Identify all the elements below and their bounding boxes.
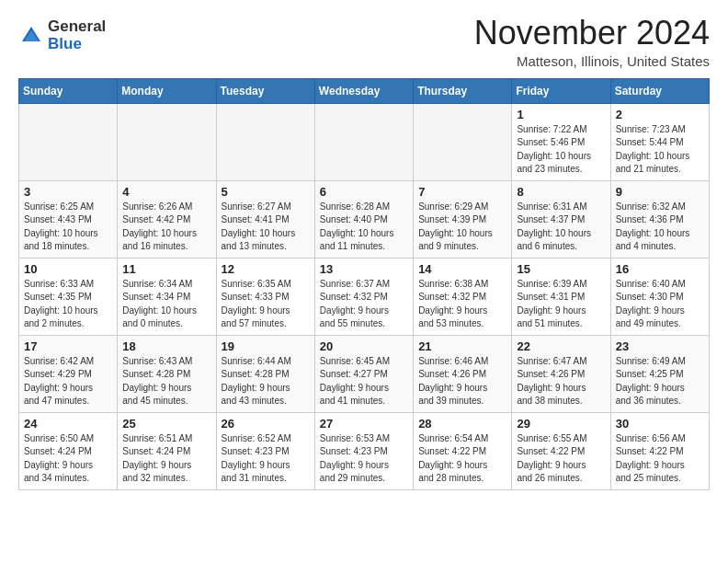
calendar-cell	[216, 103, 314, 180]
calendar-week-3: 10Sunrise: 6:33 AM Sunset: 4:35 PM Dayli…	[19, 258, 710, 335]
day-info: Sunrise: 6:33 AM Sunset: 4:35 PM Dayligh…	[24, 278, 112, 331]
calendar-cell: 27Sunrise: 6:53 AM Sunset: 4:23 PM Dayli…	[314, 412, 413, 489]
calendar-cell: 6Sunrise: 6:28 AM Sunset: 4:40 PM Daylig…	[314, 180, 413, 258]
calendar-cell	[19, 103, 118, 180]
calendar-week-1: 1Sunrise: 7:22 AM Sunset: 5:46 PM Daylig…	[19, 103, 710, 180]
day-info: Sunrise: 6:52 AM Sunset: 4:23 PM Dayligh…	[222, 432, 310, 486]
day-info: Sunrise: 6:39 AM Sunset: 4:31 PM Dayligh…	[517, 278, 605, 331]
weekday-header-row: Sunday Monday Tuesday Wednesday Thursday…	[19, 78, 710, 103]
logo-blue: Blue	[48, 36, 106, 53]
calendar-cell: 20Sunrise: 6:45 AM Sunset: 4:27 PM Dayli…	[314, 335, 413, 412]
calendar-cell: 17Sunrise: 6:42 AM Sunset: 4:29 PM Dayli…	[19, 335, 118, 412]
header-sunday: Sunday	[19, 78, 118, 103]
day-number: 5	[222, 185, 310, 199]
day-number: 2	[616, 108, 704, 121]
calendar-cell: 2Sunrise: 7:23 AM Sunset: 5:44 PM Daylig…	[610, 103, 709, 180]
day-number: 19	[222, 339, 310, 353]
day-info: Sunrise: 7:22 AM Sunset: 5:46 PM Dayligh…	[517, 123, 605, 177]
day-info: Sunrise: 6:27 AM Sunset: 4:41 PM Dayligh…	[222, 201, 310, 254]
day-number: 29	[517, 417, 605, 431]
day-info: Sunrise: 6:32 AM Sunset: 4:36 PM Dayligh…	[616, 201, 704, 254]
calendar-cell: 4Sunrise: 6:26 AM Sunset: 4:42 PM Daylig…	[118, 180, 216, 258]
day-number: 23	[616, 339, 704, 353]
day-info: Sunrise: 6:53 AM Sunset: 4:23 PM Dayligh…	[320, 432, 408, 486]
calendar-week-2: 3Sunrise: 6:25 AM Sunset: 4:43 PM Daylig…	[19, 180, 710, 258]
day-info: Sunrise: 6:50 AM Sunset: 4:24 PM Dayligh…	[24, 432, 112, 486]
header-friday: Friday	[512, 78, 610, 103]
logo-icon	[18, 23, 44, 49]
calendar-cell: 25Sunrise: 6:51 AM Sunset: 4:24 PM Dayli…	[118, 412, 216, 489]
day-number: 21	[418, 339, 506, 353]
day-number: 26	[222, 417, 310, 431]
header-thursday: Thursday	[414, 78, 512, 103]
day-number: 12	[222, 262, 310, 276]
calendar-cell	[414, 103, 512, 180]
day-number: 4	[122, 185, 210, 199]
calendar-cell: 22Sunrise: 6:47 AM Sunset: 4:26 PM Dayli…	[512, 335, 610, 412]
day-info: Sunrise: 6:49 AM Sunset: 4:25 PM Dayligh…	[616, 355, 704, 408]
calendar-cell: 8Sunrise: 6:31 AM Sunset: 4:37 PM Daylig…	[512, 180, 610, 258]
day-number: 17	[24, 339, 112, 353]
day-number: 30	[616, 417, 704, 431]
day-info: Sunrise: 6:25 AM Sunset: 4:43 PM Dayligh…	[24, 201, 112, 254]
day-info: Sunrise: 6:29 AM Sunset: 4:39 PM Dayligh…	[418, 201, 506, 254]
calendar-cell: 11Sunrise: 6:34 AM Sunset: 4:34 PM Dayli…	[118, 258, 216, 335]
calendar-cell: 23Sunrise: 6:49 AM Sunset: 4:25 PM Dayli…	[610, 335, 709, 412]
day-info: Sunrise: 6:45 AM Sunset: 4:27 PM Dayligh…	[320, 355, 408, 408]
day-info: Sunrise: 6:44 AM Sunset: 4:28 PM Dayligh…	[222, 355, 310, 408]
calendar-cell: 29Sunrise: 6:55 AM Sunset: 4:22 PM Dayli…	[512, 412, 610, 489]
calendar-cell: 21Sunrise: 6:46 AM Sunset: 4:26 PM Dayli…	[414, 335, 512, 412]
day-info: Sunrise: 6:38 AM Sunset: 4:32 PM Dayligh…	[418, 278, 506, 331]
calendar-cell: 1Sunrise: 7:22 AM Sunset: 5:46 PM Daylig…	[512, 103, 610, 180]
day-number: 3	[24, 185, 112, 199]
calendar-week-4: 17Sunrise: 6:42 AM Sunset: 4:29 PM Dayli…	[19, 335, 710, 412]
calendar-cell: 19Sunrise: 6:44 AM Sunset: 4:28 PM Dayli…	[216, 335, 314, 412]
calendar-cell: 30Sunrise: 6:56 AM Sunset: 4:22 PM Dayli…	[610, 412, 709, 489]
day-number: 28	[418, 417, 506, 431]
day-info: Sunrise: 6:31 AM Sunset: 4:37 PM Dayligh…	[517, 201, 605, 254]
header-saturday: Saturday	[610, 78, 709, 103]
day-info: Sunrise: 6:55 AM Sunset: 4:22 PM Dayligh…	[517, 432, 605, 486]
day-number: 11	[122, 262, 210, 276]
day-number: 18	[122, 339, 210, 353]
calendar-cell	[118, 103, 216, 180]
calendar-cell: 12Sunrise: 6:35 AM Sunset: 4:33 PM Dayli…	[216, 258, 314, 335]
day-number: 13	[320, 262, 408, 276]
calendar-week-5: 24Sunrise: 6:50 AM Sunset: 4:24 PM Dayli…	[19, 412, 710, 489]
day-number: 16	[616, 262, 704, 276]
day-info: Sunrise: 6:40 AM Sunset: 4:30 PM Dayligh…	[616, 278, 704, 331]
day-info: Sunrise: 6:47 AM Sunset: 4:26 PM Dayligh…	[517, 355, 605, 408]
calendar-cell: 7Sunrise: 6:29 AM Sunset: 4:39 PM Daylig…	[414, 180, 512, 258]
calendar-cell: 28Sunrise: 6:54 AM Sunset: 4:22 PM Dayli…	[414, 412, 512, 489]
day-number: 1	[517, 108, 605, 121]
day-info: Sunrise: 6:26 AM Sunset: 4:42 PM Dayligh…	[122, 201, 210, 254]
calendar-cell: 15Sunrise: 6:39 AM Sunset: 4:31 PM Dayli…	[512, 258, 610, 335]
day-number: 8	[517, 185, 605, 199]
day-info: Sunrise: 6:46 AM Sunset: 4:26 PM Dayligh…	[418, 355, 506, 408]
day-number: 20	[320, 339, 408, 353]
logo: General Blue	[18, 18, 106, 52]
calendar-cell	[314, 103, 413, 180]
day-number: 9	[616, 185, 704, 199]
calendar-cell: 13Sunrise: 6:37 AM Sunset: 4:32 PM Dayli…	[314, 258, 413, 335]
day-info: Sunrise: 6:37 AM Sunset: 4:32 PM Dayligh…	[320, 278, 408, 331]
day-number: 15	[517, 262, 605, 276]
calendar-cell: 5Sunrise: 6:27 AM Sunset: 4:41 PM Daylig…	[216, 180, 314, 258]
calendar-cell: 16Sunrise: 6:40 AM Sunset: 4:30 PM Dayli…	[610, 258, 709, 335]
location-subtitle: Matteson, Illinois, United States	[474, 53, 710, 69]
day-info: Sunrise: 6:34 AM Sunset: 4:34 PM Dayligh…	[122, 278, 210, 331]
calendar-cell: 10Sunrise: 6:33 AM Sunset: 4:35 PM Dayli…	[19, 258, 118, 335]
day-number: 14	[418, 262, 506, 276]
day-info: Sunrise: 6:51 AM Sunset: 4:24 PM Dayligh…	[122, 432, 210, 486]
calendar-cell: 9Sunrise: 6:32 AM Sunset: 4:36 PM Daylig…	[610, 180, 709, 258]
page-header: General Blue November 2024 Matteson, Ill…	[18, 15, 710, 69]
month-title: November 2024	[474, 15, 710, 52]
day-info: Sunrise: 6:42 AM Sunset: 4:29 PM Dayligh…	[24, 355, 112, 408]
calendar-cell: 18Sunrise: 6:43 AM Sunset: 4:28 PM Dayli…	[118, 335, 216, 412]
logo-general: General	[48, 18, 106, 36]
day-info: Sunrise: 6:54 AM Sunset: 4:22 PM Dayligh…	[418, 432, 506, 486]
day-info: Sunrise: 7:23 AM Sunset: 5:44 PM Dayligh…	[616, 123, 704, 177]
header-tuesday: Tuesday	[216, 78, 314, 103]
day-number: 22	[517, 339, 605, 353]
day-number: 24	[24, 417, 112, 431]
